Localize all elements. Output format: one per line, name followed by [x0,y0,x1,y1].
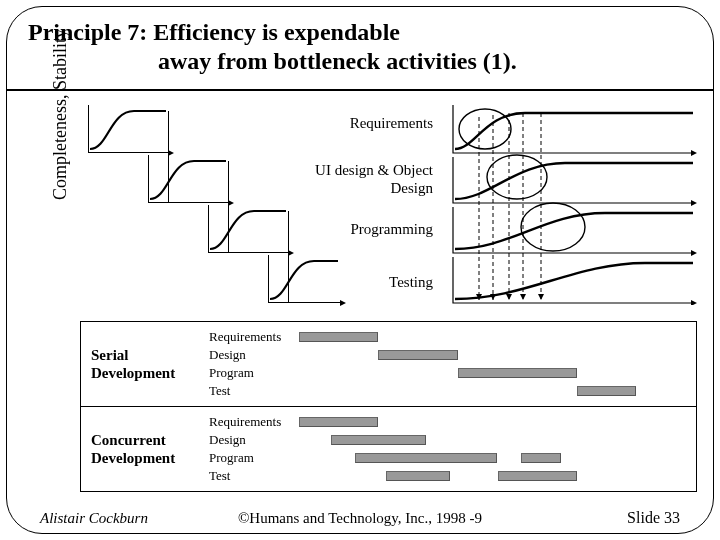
concurrent-gantt: Requirements Design Program Test [209,407,696,491]
gantt-row-label: Design [209,347,299,363]
gantt-table: Serial Development Requirements Design P… [80,321,697,492]
title-line2: away from bottleneck activities (1). [28,47,692,76]
label-design: UI design & Object Design [313,162,433,197]
title-line1: Principle 7: Efficiency is expendable [28,19,400,45]
footer-copyright: ©Humans and Technology, Inc., 1998 -9 [0,510,720,527]
serial-scurve-panel [80,105,340,305]
gantt-row-label: Test [209,383,299,399]
concurrent-dev-label: Concurrent Development [81,407,209,491]
title-underline [7,89,713,91]
y-axis-label: Completeness, Stability [50,29,71,200]
slide-number: Slide 33 [627,509,680,527]
gantt-row-label: Program [209,365,299,381]
label-testing: Testing [313,274,433,291]
activity-labels: Requirements UI design & Object Design P… [313,115,433,321]
concurrent-diagram-icon [445,105,701,305]
s-curve-icon [88,105,168,153]
label-programming: Programming [313,221,433,238]
s-curve-icon [208,205,288,253]
concurrent-scurve-panel [445,105,701,305]
gantt-row-label: Design [209,432,299,448]
gantt-row-label: Test [209,468,299,484]
table-row: Serial Development Requirements Design P… [81,322,696,406]
label-requirements: Requirements [313,115,433,132]
gantt-row-label: Program [209,450,299,466]
gantt-row-label: Requirements [209,329,299,345]
slide-title: Principle 7: Efficiency is expendable aw… [28,18,692,76]
drop-line [168,111,169,203]
s-curve-icon [148,155,228,203]
drop-line [228,161,229,253]
drop-line [288,211,289,303]
table-row: Concurrent Development Requirements Desi… [81,406,696,491]
serial-dev-label: Serial Development [81,322,209,406]
svg-point-6 [487,155,547,199]
gantt-row-label: Requirements [209,414,299,430]
svg-point-7 [521,203,585,251]
serial-gantt: Requirements Design Program Test [209,322,696,406]
